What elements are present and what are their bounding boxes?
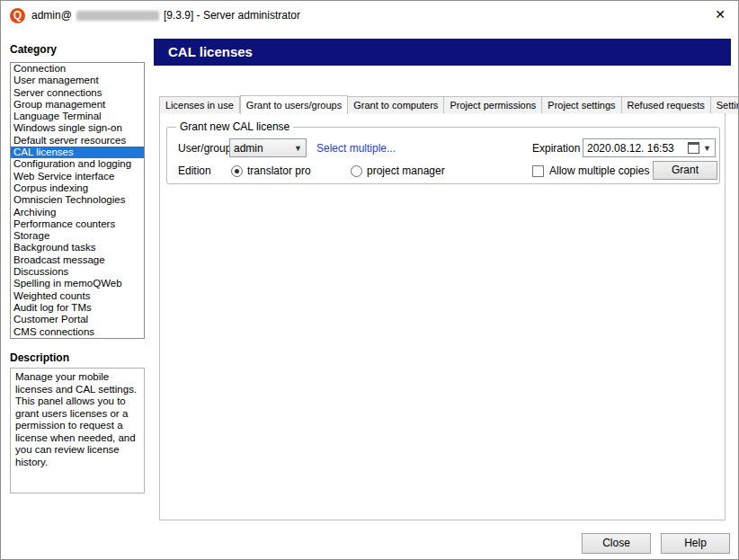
help-button[interactable]: Help — [661, 533, 730, 554]
select-multiple-link[interactable]: Select multiple... — [316, 142, 396, 155]
sidebar-item-language-terminal[interactable]: Language Terminal — [11, 111, 144, 122]
close-icon[interactable]: ✕ — [715, 8, 726, 21]
calendar-icon — [688, 142, 699, 154]
sidebar-item-windows-single-sign-on[interactable]: Windows single sign-on — [11, 122, 144, 134]
sidebar-item-corpus-indexing[interactable]: Corpus indexing — [11, 182, 144, 194]
description-text: Manage your mobile licenses and CAL sett… — [10, 368, 145, 493]
user-group-dropdown[interactable]: admin ▼ — [229, 138, 307, 157]
sidebar-item-customer-portal[interactable]: Customer Portal — [11, 314, 144, 325]
description-label: Description — [10, 351, 69, 364]
sidebar-item-configuration-and-logging[interactable]: Configuration and logging — [11, 158, 144, 170]
user-group-value: admin — [234, 142, 263, 155]
edition-label: Edition — [178, 164, 211, 177]
expiration-label: Expiration — [532, 142, 580, 155]
tab-strip: Licenses in useGrant to users/groupsGran… — [159, 95, 739, 113]
radio-translator-pro-label: translator pro — [247, 164, 311, 177]
sidebar-item-background-tasks[interactable]: Background tasks — [11, 242, 144, 253]
radio-project-manager-label: project manager — [367, 164, 445, 177]
sidebar-item-connection[interactable]: Connection — [11, 63, 144, 75]
chevron-down-icon: ▼ — [294, 144, 302, 153]
allow-multiple-copies-checkbox[interactable]: Allow multiple copies — [532, 164, 649, 177]
close-button[interactable]: Close — [582, 533, 651, 554]
sidebar-item-archiving[interactable]: Archiving — [11, 207, 144, 218]
sidebar-item-cal-licenses[interactable]: CAL licenses — [11, 147, 144, 158]
sidebar-item-spelling-in-memoqweb[interactable]: Spelling in memoQWeb — [11, 278, 144, 289]
tab-settings[interactable]: Settings — [711, 96, 739, 113]
group-title: Grant new CAL license — [176, 120, 293, 133]
sidebar-item-performance-counters[interactable]: Performance counters — [11, 218, 144, 230]
sidebar-item-broadcast-message[interactable]: Broadcast message — [11, 254, 144, 266]
sidebar-item-weighted-counts[interactable]: Weighted counts — [11, 290, 144, 302]
user-group-label: User/group — [178, 142, 231, 155]
memoq-app-icon: Q — [10, 8, 25, 23]
grant-button[interactable]: Grant — [653, 161, 717, 180]
radio-translator-pro[interactable]: translator pro — [231, 164, 311, 177]
sidebar-item-cms-connections[interactable]: CMS connections — [11, 326, 144, 338]
expiration-value: 2020.08.12. 16:53 — [587, 142, 684, 155]
radio-selected-icon — [231, 165, 243, 177]
sidebar-item-server-connections[interactable]: Server connections — [11, 87, 144, 99]
sidebar-item-web-service-interface[interactable]: Web Service interface — [11, 171, 144, 182]
sidebar-item-storage[interactable]: Storage — [11, 230, 144, 242]
tab-project-permissions[interactable]: Project permissions — [444, 96, 542, 113]
server-administrator-dialog: Q admin@ [9.3.9] - Server administrator … — [0, 0, 739, 560]
expiration-date-picker[interactable]: 2020.08.12. 16:53 ▼ — [583, 138, 716, 157]
window-title-version: [9.3.9] - Server administrator — [164, 9, 300, 22]
tab-grant-to-computers[interactable]: Grant to computers — [348, 96, 444, 113]
radio-unselected-icon — [351, 165, 362, 177]
sidebar-item-group-management[interactable]: Group management — [11, 99, 144, 111]
chevron-down-icon: ▼ — [703, 144, 711, 153]
sidebar-item-user-management[interactable]: User management — [11, 75, 144, 86]
sidebar-item-omniscien-technologies[interactable]: Omniscien Technologies — [11, 194, 144, 206]
server-name-redacted — [76, 11, 159, 21]
allow-multiple-copies-label: Allow multiple copies — [549, 164, 649, 177]
checkbox-unchecked-icon — [532, 165, 544, 177]
sidebar-item-audit-log-for-tms[interactable]: Audit log for TMs — [11, 302, 144, 314]
tab-refused-requests[interactable]: Refused requests — [622, 96, 711, 113]
tab-licenses-in-use[interactable]: Licenses in use — [159, 96, 240, 113]
window-title-user: admin@ — [31, 9, 72, 22]
category-label: Category — [10, 43, 57, 56]
page-title: CAL licenses — [154, 39, 731, 66]
category-list: ConnectionUser managementServer connecti… — [10, 62, 145, 339]
titlebar: Q admin@ [9.3.9] - Server administrator … — [1, 1, 738, 30]
tab-grant-to-users-groups[interactable]: Grant to users/groups — [240, 95, 348, 114]
sidebar-item-discussions[interactable]: Discussions — [11, 266, 144, 278]
grant-new-cal-license-group: Grant new CAL license User/group admin ▼… — [166, 127, 720, 184]
tab-project-settings[interactable]: Project settings — [542, 96, 621, 113]
window-title: admin@ [9.3.9] - Server administrator — [31, 9, 300, 22]
radio-project-manager[interactable]: project manager — [351, 164, 445, 177]
sidebar-item-default-server-resources[interactable]: Default server resources — [11, 135, 144, 147]
